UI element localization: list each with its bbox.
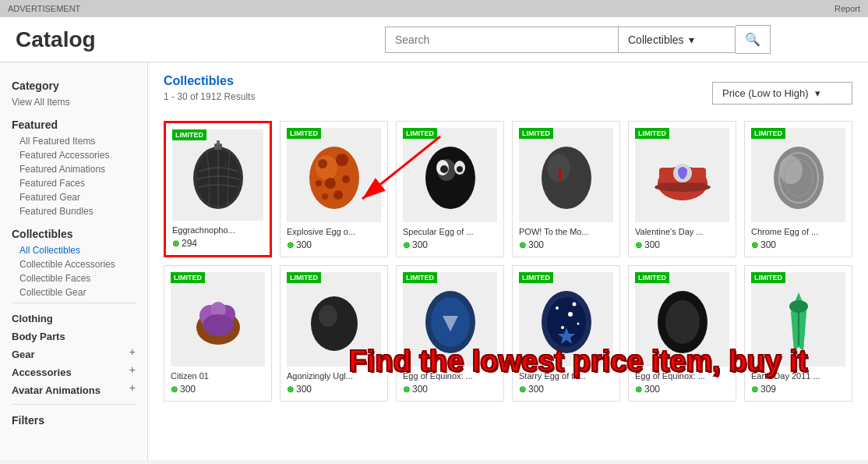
item-name-7: Agonizingly Ugl... [287, 371, 381, 381]
robux-icon-4: ⊛ [635, 240, 642, 250]
svg-point-46 [568, 312, 573, 317]
avatar-animations-expand-icon[interactable]: + [129, 381, 136, 394]
item-card-5[interactable]: LIMITED Chrome Egg of ... ⊛ 300 [744, 121, 852, 257]
svg-point-10 [316, 180, 322, 186]
item-name-3: POW! To the Mo... [519, 227, 613, 236]
item-price-5: ⊛ 300 [751, 239, 845, 250]
item-name-4: Valentine's Day ... [635, 227, 729, 236]
advertisement-label: ADVERTISEMENT [8, 4, 80, 13]
item-name-6: Citizen 01 [171, 371, 265, 381]
main-layout: Category View All Items Featured All Fea… [0, 62, 868, 460]
item-card-2[interactable]: LIMITED Specular Egg of ... ⊛ 30 [396, 121, 504, 257]
item-name-0: Eggrachnopho... [172, 225, 263, 235]
item-price-10: ⊛ 300 [635, 384, 729, 395]
svg-point-45 [577, 322, 579, 324]
sidebar-avatar-animations-label: Avatar Animations [12, 384, 101, 396]
item-image-5 [751, 128, 845, 222]
item-card-1[interactable]: LIMITED Explosive Egg [280, 121, 388, 257]
robux-icon-3: ⊛ [519, 240, 526, 250]
item-price-1: ⊛ 300 [287, 239, 381, 250]
sidebar-item-collectible-accessories[interactable]: Collectible Accessories [19, 257, 136, 271]
content-breadcrumb-area: Collectibles 1 - 30 of 1912 Results [164, 74, 255, 112]
sidebar-accessories-row[interactable]: Accessories + [12, 360, 136, 378]
item-price-3: ⊛ 300 [519, 239, 613, 250]
svg-text:!: ! [557, 165, 563, 185]
item-card-3[interactable]: LIMITED ! POW! To the Mo... ⊛ 300 [512, 121, 620, 257]
item-price-11: ⊛ 309 [751, 384, 845, 395]
item-image-4 [635, 128, 729, 222]
results-info: 1 - 30 of 1912 Results [164, 91, 255, 102]
sidebar-bodyparts-row[interactable]: Body Parts [12, 324, 136, 342]
accessories-expand-icon[interactable]: + [129, 363, 136, 376]
gear-expand-icon[interactable]: + [129, 345, 136, 358]
search-button[interactable]: 🔍 [736, 25, 771, 54]
category-dropdown[interactable]: Collectibles ▾ [619, 27, 736, 53]
sidebar-clothing-row[interactable]: Clothing [12, 306, 136, 324]
sidebar-item-all-collectibles[interactable]: All Collectibles [19, 243, 136, 257]
svg-point-12 [322, 193, 328, 200]
item-card-4[interactable]: LIMITED Valentine's Day ... [628, 121, 736, 257]
item-image-7 [287, 272, 381, 367]
item-card-10[interactable]: LIMITED Egg of Equinox: ... ⊛ 300 [628, 265, 736, 402]
sidebar-item-featured-accessories[interactable]: Featured Accessories [19, 148, 136, 162]
sidebar-accessories-label: Accessories [12, 367, 72, 378]
svg-point-28 [779, 156, 803, 184]
item-image-6 [171, 272, 265, 367]
item-card-0[interactable]: LIMITED [164, 121, 272, 257]
sidebar-gear-label: Gear [12, 349, 35, 360]
sidebar-gear-row[interactable]: Gear + [12, 342, 136, 360]
svg-point-43 [572, 302, 576, 306]
item-image-8 [403, 272, 497, 367]
item-card-11[interactable]: LIMITED Earth Day 2011 ... ⊛ 309 [744, 265, 852, 402]
item-price-6: ⊛ 300 [171, 384, 265, 395]
sidebar-item-all-featured[interactable]: All Featured Items [19, 134, 136, 148]
sidebar-item-featured-bundles[interactable]: Featured Bundles [19, 204, 136, 218]
search-area: Collectibles ▾ 🔍 [385, 25, 852, 54]
header: Catalog Collectibles ▾ 🔍 [0, 17, 868, 62]
svg-point-17 [440, 165, 448, 173]
sidebar-clothing-label: Clothing [12, 313, 53, 324]
item-card-8[interactable]: LIMITED Egg of Equinox: ... ⊛ 300 [396, 265, 504, 402]
sidebar-item-collectible-gear[interactable]: Collectible Gear [19, 285, 136, 299]
item-price-9: ⊛ 300 [519, 384, 613, 395]
item-card-6[interactable]: LIMITED Citizen 01 ⊛ 300 [164, 265, 272, 402]
item-card-9[interactable]: LIMITED Starry Egg of [512, 265, 620, 402]
item-price-0: ⊛ 294 [172, 238, 263, 249]
sidebar-item-featured-faces[interactable]: Featured Faces [19, 176, 136, 190]
sidebar-category-heading: Category [12, 80, 136, 92]
item-image-3: ! [519, 128, 613, 222]
limited-badge-6: LIMITED [171, 272, 205, 283]
sort-dropdown[interactable]: Price (Low to High) ▾ [712, 82, 852, 104]
limited-badge-9: LIMITED [519, 272, 553, 283]
robux-icon-5: ⊛ [751, 240, 758, 250]
sidebar-item-collectible-faces[interactable]: Collectible Faces [19, 271, 136, 285]
item-image-2 [403, 128, 497, 222]
sidebar-avatar-animations-row[interactable]: Avatar Animations + [12, 378, 136, 396]
robux-icon-7: ⊛ [287, 384, 294, 395]
sidebar-item-view-all[interactable]: View All Items [12, 95, 136, 109]
svg-point-5 [316, 155, 337, 180]
limited-badge-11: LIMITED [751, 272, 785, 283]
limited-badge-3: LIMITED [519, 128, 553, 139]
sort-chevron-icon: ▾ [815, 87, 820, 99]
sidebar-filters-heading: Filters [12, 414, 136, 427]
svg-point-49 [665, 300, 700, 344]
item-image-0 [172, 129, 263, 221]
items-grid: LIMITED [164, 121, 852, 257]
sidebar-item-featured-animations[interactable]: Featured Animations [19, 162, 136, 176]
item-card-7[interactable]: LIMITED Agonizingly Ugl... ⊛ 300 [280, 265, 388, 402]
report-link[interactable]: Report [834, 4, 860, 13]
item-image-1 [287, 128, 381, 222]
robux-icon-2: ⊛ [403, 240, 410, 250]
robux-icon-9: ⊛ [519, 384, 526, 395]
svg-point-6 [318, 159, 327, 168]
item-name-5: Chrome Egg of ... [751, 227, 845, 236]
svg-point-44 [561, 326, 564, 329]
sidebar-item-featured-gear[interactable]: Featured Gear [19, 190, 136, 204]
search-input[interactable] [385, 27, 619, 53]
item-price-7: ⊛ 300 [287, 384, 381, 395]
sidebar-featured-heading: Featured [12, 119, 136, 131]
robux-icon-8: ⊛ [403, 384, 410, 395]
item-price-2: ⊛ 300 [403, 239, 497, 250]
sidebar-bodyparts-label: Body Parts [12, 331, 65, 342]
